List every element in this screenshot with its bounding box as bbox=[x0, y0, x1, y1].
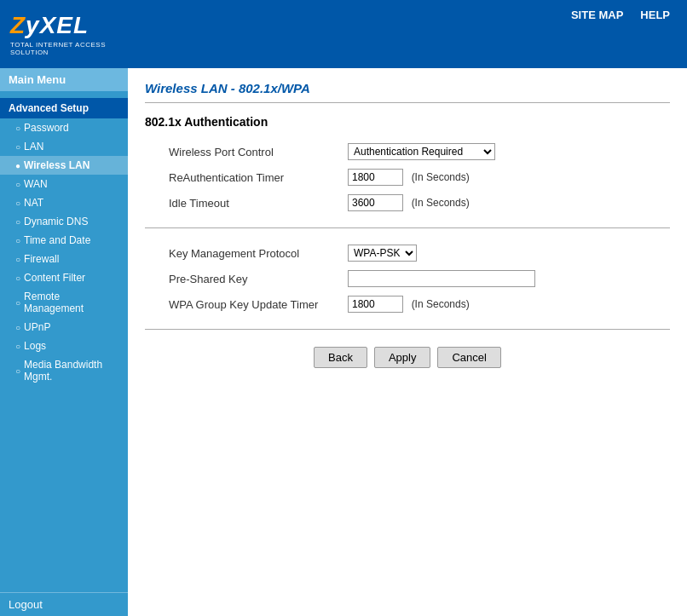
idle-timeout-label: Idle Timeout bbox=[162, 190, 341, 216]
sidebar-section-title: Advanced Setup bbox=[0, 98, 128, 118]
form-table-2: Key Management Protocol WPA WPA-PSK Pre-… bbox=[162, 240, 542, 317]
reauth-timer-label: ReAuthentication Timer bbox=[162, 164, 341, 190]
pre-shared-key-label: Pre-Shared Key bbox=[162, 266, 341, 291]
reauth-timer-unit: (In Seconds) bbox=[412, 171, 470, 183]
form-table: Wireless Port Control No Access Allowed … bbox=[162, 139, 502, 216]
section-title: 802.1x Authentication bbox=[145, 115, 670, 129]
sidebar-item-label: Media Bandwidth Mgmt. bbox=[24, 359, 119, 383]
idle-timeout-input[interactable] bbox=[348, 194, 403, 211]
sidebar-item-label: Logs bbox=[24, 340, 46, 352]
logout-link[interactable]: Logout bbox=[0, 592, 128, 616]
bullet-icon: ○ bbox=[15, 217, 20, 227]
bullet-icon: ○ bbox=[15, 323, 20, 332]
header-nav: SITE MAP HELP bbox=[128, 0, 687, 68]
sidebar-item-lan[interactable]: ○ LAN bbox=[0, 137, 128, 156]
main-content: Wireless LAN - 802.1x/WPA 802.1x Authent… bbox=[128, 68, 687, 616]
sidebar-item-content-filter[interactable]: ○ Content Filter bbox=[0, 268, 128, 287]
pre-shared-key-input[interactable] bbox=[348, 270, 535, 287]
idle-timeout-row: Idle Timeout (In Seconds) bbox=[162, 190, 502, 216]
page-title: Wireless LAN - 802.1x/WPA bbox=[145, 81, 670, 103]
sidebar-item-label: NAT bbox=[24, 197, 43, 209]
wpa-group-timer-label: WPA Group Key Update Timer bbox=[162, 291, 341, 317]
sidebar-item-label: Dynamic DNS bbox=[24, 216, 88, 227]
sidebar-item-label: Time and Date bbox=[24, 234, 90, 246]
wpa-group-timer-unit: (In Seconds) bbox=[412, 298, 470, 310]
sidebar-item-firewall[interactable]: ○ Firewall bbox=[0, 250, 128, 268]
reauth-timer-row: ReAuthentication Timer (In Seconds) bbox=[162, 164, 502, 190]
button-row: Back Apply Cancel bbox=[145, 347, 670, 368]
sidebar: Main Menu Advanced Setup ○ Password ○ LA… bbox=[0, 68, 128, 616]
apply-button[interactable]: Apply bbox=[374, 347, 431, 368]
sidebar-item-password[interactable]: ○ Password bbox=[0, 118, 128, 137]
sidebar-item-wan[interactable]: ○ WAN bbox=[0, 175, 128, 193]
bullet-icon: ○ bbox=[15, 124, 20, 133]
bullet-icon: ○ bbox=[15, 180, 20, 189]
bullet-icon: ○ bbox=[15, 342, 20, 351]
sidebar-item-media-bandwidth[interactable]: ○ Media Bandwidth Mgmt. bbox=[0, 355, 128, 386]
reauth-timer-input[interactable] bbox=[348, 169, 403, 186]
bullet-icon: ○ bbox=[15, 142, 20, 152]
sidebar-item-upnp[interactable]: ○ UPnP bbox=[0, 318, 128, 337]
sidebar-item-wireless-lan[interactable]: ● Wireless LAN bbox=[0, 156, 128, 175]
bullet-icon: ○ bbox=[15, 298, 20, 308]
bullet-icon: ○ bbox=[15, 236, 20, 245]
key-mgmt-row: Key Management Protocol WPA WPA-PSK bbox=[162, 240, 542, 266]
wpa-group-timer-row: WPA Group Key Update Timer (In Seconds) bbox=[162, 291, 542, 317]
help-link[interactable]: HELP bbox=[640, 9, 670, 21]
idle-timeout-unit: (In Seconds) bbox=[412, 197, 470, 209]
sidebar-main-menu[interactable]: Main Menu bbox=[0, 68, 128, 91]
sidebar-item-time-and-date[interactable]: ○ Time and Date bbox=[0, 231, 128, 250]
sidebar-item-label: Remote Management bbox=[24, 291, 119, 314]
key-mgmt-label: Key Management Protocol bbox=[162, 240, 341, 266]
wireless-port-control-select[interactable]: No Access Allowed No Authentication Requ… bbox=[348, 143, 495, 160]
sidebar-item-nat[interactable]: ○ NAT bbox=[0, 193, 128, 212]
sidebar-item-label: WAN bbox=[24, 178, 48, 190]
sidebar-item-label: Password bbox=[24, 122, 69, 134]
key-mgmt-select[interactable]: WPA WPA-PSK bbox=[348, 245, 417, 262]
sidebar-item-logs[interactable]: ○ Logs bbox=[0, 337, 128, 355]
sidebar-item-label: Wireless LAN bbox=[24, 159, 89, 171]
pre-shared-key-row: Pre-Shared Key bbox=[162, 266, 542, 291]
sidebar-item-dynamic-dns[interactable]: ○ Dynamic DNS bbox=[0, 212, 128, 231]
logo-text: ZyXEL bbox=[10, 12, 118, 39]
cancel-button[interactable]: Cancel bbox=[437, 347, 500, 368]
divider-2 bbox=[145, 329, 670, 330]
bullet-icon: ● bbox=[15, 161, 20, 170]
site-map-link[interactable]: SITE MAP bbox=[571, 9, 623, 21]
sidebar-item-label: UPnP bbox=[24, 321, 50, 333]
back-button[interactable]: Back bbox=[314, 347, 367, 368]
bullet-icon: ○ bbox=[15, 255, 20, 264]
sidebar-item-label: Firewall bbox=[24, 253, 59, 265]
sidebar-item-remote-management[interactable]: ○ Remote Management bbox=[0, 287, 128, 318]
wpa-group-timer-input[interactable] bbox=[348, 296, 403, 313]
wireless-port-control-label: Wireless Port Control bbox=[162, 139, 341, 164]
wireless-port-control-row: Wireless Port Control No Access Allowed … bbox=[162, 139, 502, 164]
bullet-icon: ○ bbox=[15, 199, 20, 208]
logo: ZyXEL Total Internet Access Solution bbox=[0, 0, 128, 68]
bullet-icon: ○ bbox=[15, 366, 20, 376]
divider-1 bbox=[145, 227, 670, 228]
bullet-icon: ○ bbox=[15, 273, 20, 283]
sidebar-item-label: LAN bbox=[24, 141, 43, 153]
sidebar-item-label: Content Filter bbox=[24, 272, 85, 284]
logo-tagline: Total Internet Access Solution bbox=[10, 41, 118, 56]
logo-z: Z bbox=[10, 12, 26, 38]
